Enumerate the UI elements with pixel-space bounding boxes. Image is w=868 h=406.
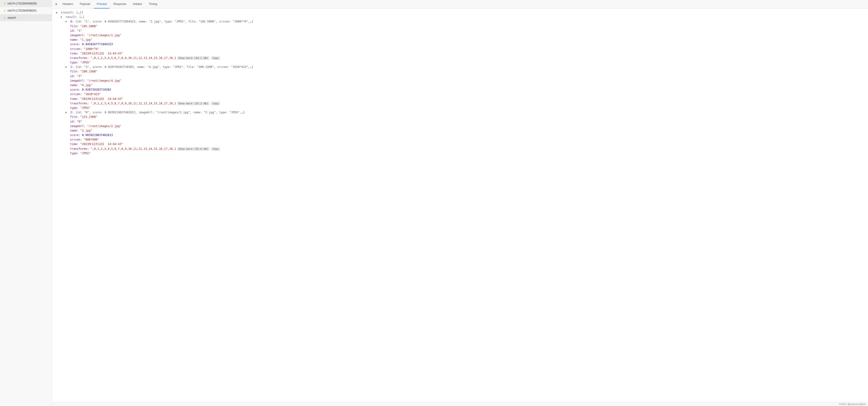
item-1-imageurl: imageUrl: "/root/images/4.jpg" bbox=[56, 79, 864, 83]
item-2-time: time: "2023年12月12日 14:44:43" bbox=[56, 142, 864, 147]
item-1-srccen: srccen: "1028*423" bbox=[56, 92, 864, 97]
item-0-id: id: "1" bbox=[56, 29, 864, 33]
tab-response[interactable]: Response bbox=[111, 0, 129, 8]
item-1-header: 1: {id: "3", score: 0.928739283710383, n… bbox=[56, 65, 864, 69]
tab-payload[interactable]: Payload bbox=[77, 0, 93, 8]
item-1-file: file: "200.32KB" bbox=[56, 69, 864, 74]
copy-btn-0[interactable]: Copy bbox=[211, 56, 220, 60]
item-2-id: id: "0" bbox=[56, 120, 864, 124]
item-2-transforms: transforms: ",0,1,2,3,4,5,6,7,8,9,10,11,… bbox=[56, 147, 864, 151]
item-1-type: type: "JPEG" bbox=[56, 106, 864, 110]
item-0-time: time: "2023年12月12日 14:44:43" bbox=[56, 51, 864, 56]
result-toggle[interactable] bbox=[61, 15, 64, 19]
copy-btn-1[interactable]: Copy bbox=[211, 102, 220, 105]
sidebar-label-2: info?t=1702364598261 bbox=[7, 9, 37, 12]
tab-initiator[interactable]: Initiator bbox=[130, 0, 145, 8]
bottom-bar-text: ©2021 @wearemajihex bbox=[839, 403, 866, 406]
item-2-file: file: "123.23KB" bbox=[56, 115, 864, 119]
item-0-imageurl: imageUrl: "/root/images/1.jpg" bbox=[56, 33, 864, 38]
copy-btn-2[interactable]: Copy bbox=[211, 147, 220, 151]
item-2-type: type: "JPEG" bbox=[56, 151, 864, 156]
tab-preview[interactable]: Preview bbox=[94, 0, 110, 8]
root-line: {result: […]} bbox=[56, 10, 864, 15]
item-2-name: name: "2.jpg" bbox=[56, 128, 864, 133]
item-1-score: score: 0.928739283710383 bbox=[56, 88, 864, 92]
bottom-bar: ©2021 @wearemajihex bbox=[52, 402, 868, 406]
root-toggle[interactable] bbox=[56, 11, 59, 15]
item-2-imageurl: imageUrl: "/root/images/2.jpg" bbox=[56, 124, 864, 128]
item-0-type: type: "JPEG" bbox=[56, 60, 864, 65]
sidebar-item-search[interactable]: ⊙ search bbox=[0, 14, 52, 21]
item-0-transforms: transforms: ",0,1,2,3,4,5,6,7,8,9,10,11,… bbox=[56, 56, 864, 60]
main-panel: ✕ Headers Payload Preview Response Initi… bbox=[52, 0, 868, 406]
item-0-srccen: srccen: "1000*74" bbox=[56, 47, 864, 51]
request-icon-1: ⊙ bbox=[3, 2, 6, 5]
item-0-name: name: "1.jpg" bbox=[56, 38, 864, 42]
sidebar-item-2[interactable]: ⊙ info?t=1702364598261 bbox=[0, 7, 52, 14]
request-icon-3: ⊙ bbox=[3, 16, 6, 20]
item-1-id: id: "3" bbox=[56, 74, 864, 79]
tab-timing[interactable]: Timing bbox=[146, 0, 160, 8]
item-1-time: time: "2023年12月12日 14:44:43" bbox=[56, 97, 864, 101]
request-icon-2: ⊙ bbox=[3, 9, 6, 12]
sidebar-item-1[interactable]: ⊙ info?t=1702364598260 bbox=[0, 0, 52, 7]
item-1-toggle[interactable] bbox=[65, 65, 69, 69]
item-0-file: file: "105.50KB" bbox=[56, 24, 864, 29]
tab-headers[interactable]: Headers bbox=[60, 0, 76, 8]
item-0-score: score: 0.9458267771894323 bbox=[56, 42, 864, 46]
sidebar: ⊙ info?t=1702364598260 ⊙ info?t=17023645… bbox=[0, 0, 52, 406]
show-more-btn-0[interactable]: Show more (24.1 kB) bbox=[177, 56, 210, 60]
result-line: result: […] bbox=[56, 15, 864, 20]
item-1-name: name: "4.jpg" bbox=[56, 83, 864, 88]
item-0-toggle[interactable] bbox=[65, 20, 69, 24]
item-2-header: 2: {id: "0", score: 0.9039219837482813, … bbox=[56, 110, 864, 115]
preview-content: {result: […]} result: […] 0: {id: "1", s… bbox=[52, 8, 868, 402]
show-more-btn-2[interactable]: Show more (25.6 kB) bbox=[177, 147, 210, 151]
sidebar-label-3: search bbox=[7, 16, 16, 20]
sidebar-label-1: info?t=1702364598260 bbox=[7, 2, 37, 5]
item-0-header: 0: {id: "1", score: 0.9458267771894323, … bbox=[56, 20, 864, 24]
item-2-toggle[interactable] bbox=[65, 111, 69, 115]
show-more-btn-1[interactable]: Show more (25.2 kB) bbox=[177, 102, 210, 105]
item-2-score: score: 0.9039219837482813 bbox=[56, 133, 864, 137]
item-1-transforms: transforms: ",0,1,2,3,4,5,6,7,8,9,10,11,… bbox=[56, 101, 864, 106]
item-2-srccen: srccen: "800*600" bbox=[56, 137, 864, 142]
close-button[interactable]: ✕ bbox=[54, 2, 59, 7]
tab-bar: ✕ Headers Payload Preview Response Initi… bbox=[52, 0, 868, 8]
